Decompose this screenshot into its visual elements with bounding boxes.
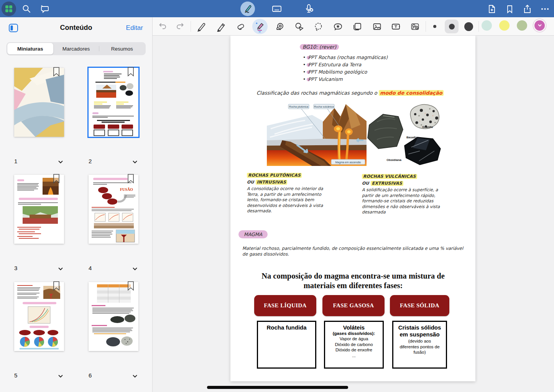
figure-label-magma-rising: Magma em ascensão bbox=[335, 161, 361, 164]
note-bullet: PPT Rochas (rochas magmáticas) bbox=[303, 54, 388, 60]
tab-marcadores[interactable]: Marcadores bbox=[53, 43, 99, 54]
sticker-tool-icon[interactable] bbox=[331, 20, 345, 33]
page-thumbnail-6[interactable] bbox=[89, 282, 138, 351]
phase-gas-box: FASE GASOSA bbox=[322, 295, 385, 316]
classification-line: Classificação das rochas magmáticas segu… bbox=[256, 90, 444, 96]
page-number: 6 bbox=[89, 372, 92, 379]
svg-text:FUSÃO: FUSÃO bbox=[120, 187, 133, 192]
stroke-size-small[interactable] bbox=[428, 20, 442, 33]
solid-phase-detail-box: Cristais sólidos em suspensão (devido ao… bbox=[392, 321, 447, 369]
rock-label-basalt: Basalto bbox=[406, 136, 418, 139]
page-thumbnail-1[interactable] bbox=[14, 68, 64, 137]
figure-label-plutonic: Rocha plutónica bbox=[289, 105, 308, 108]
more-icon[interactable] bbox=[538, 2, 552, 16]
note-bullet: PPT Vulcanism bbox=[303, 76, 343, 82]
liquid-phase-detail-box: Rocha fundida bbox=[257, 321, 316, 369]
pen-mode-icon[interactable] bbox=[240, 2, 255, 16]
color-swatch-sage[interactable] bbox=[517, 20, 527, 31]
plutonic-rocks-note: ROCHAS PLUTÓNICAS OU INTRUSIVAS A consol… bbox=[247, 173, 333, 214]
thumbnail-bookmark-icon bbox=[127, 174, 135, 185]
magma-definition: Material rochoso, parcialmente fundido, … bbox=[242, 246, 464, 257]
thumbnail-bookmark-icon bbox=[53, 174, 60, 185]
note-bullet: PPT Estrutura da Terra bbox=[303, 62, 362, 67]
volcanic-rocks-note: ROCHAS VULCÂNICAS OU EXTRUSIVAS A solidi… bbox=[362, 174, 448, 215]
thumbnail-bookmark-icon bbox=[53, 67, 60, 79]
mic-muted-icon[interactable] bbox=[302, 2, 316, 16]
text-tool-icon[interactable] bbox=[389, 20, 403, 33]
rock-label-obsidian: Obsidiana bbox=[386, 158, 401, 162]
gas-phase-detail-box: Voláteis (gases dissolvidos): Vapor de á… bbox=[324, 321, 384, 369]
bookmark-icon[interactable] bbox=[502, 2, 517, 16]
page-thumbnail-2[interactable] bbox=[89, 68, 138, 137]
shapes-tool-icon[interactable] bbox=[292, 20, 306, 33]
undo-icon[interactable] bbox=[156, 20, 169, 33]
zoom-tool-icon[interactable] bbox=[408, 20, 422, 33]
thumbnail-bookmark-icon bbox=[127, 281, 135, 293]
document-canvas: BG10: (rever) PPT Rochas (rochas magmáti… bbox=[153, 36, 554, 392]
page-thumbnail-3[interactable] bbox=[14, 175, 64, 244]
page-menu-chevron[interactable] bbox=[58, 373, 63, 379]
share-icon[interactable] bbox=[520, 2, 534, 16]
stroke-size-medium[interactable] bbox=[445, 20, 459, 33]
image-tool-icon[interactable] bbox=[370, 20, 384, 33]
page-number: 2 bbox=[89, 158, 92, 164]
page-menu-chevron[interactable] bbox=[132, 266, 138, 272]
sidebar-tabs: Miniaturas Marcadores Resumos bbox=[7, 42, 146, 55]
notebook-page[interactable]: BG10: (rever) PPT Rochas (rochas magmáti… bbox=[230, 36, 475, 381]
page-thumbnail-5[interactable] bbox=[14, 282, 64, 351]
color-swatch-mint[interactable] bbox=[482, 20, 492, 31]
tab-miniaturas[interactable]: Miniaturas bbox=[7, 43, 53, 54]
lasso-tool-icon[interactable] bbox=[311, 20, 325, 33]
page-menu-chevron[interactable] bbox=[132, 159, 138, 165]
sticky-note-tool-icon[interactable] bbox=[350, 20, 364, 33]
note-header-tag: BG10: (rever) bbox=[300, 44, 339, 50]
add-page-icon[interactable] bbox=[484, 2, 499, 16]
home-indicator[interactable] bbox=[207, 386, 348, 389]
note-bullet: PPT Mobilismo geológico bbox=[303, 69, 367, 75]
phase-solid-box: FASE SÓLIDA bbox=[390, 295, 449, 316]
page-menu-chevron[interactable] bbox=[58, 266, 63, 272]
thumbnail-bookmark-icon bbox=[127, 67, 135, 79]
page-number: 4 bbox=[89, 265, 92, 271]
stroke-size-large[interactable] bbox=[462, 20, 475, 33]
page-number: 5 bbox=[14, 372, 17, 379]
figure-label-volcanic: Rocha vulcânica bbox=[314, 105, 334, 108]
rock-samples-figure: Basalto Granito Obsidiana bbox=[365, 103, 444, 169]
pen-tool-icon[interactable] bbox=[194, 20, 208, 33]
volcano-cross-section-figure: Rocha plutónica Rocha vulcânica Magma em… bbox=[267, 102, 367, 166]
highlighter-tool-icon[interactable] bbox=[252, 19, 268, 34]
app-grid-icon[interactable] bbox=[2, 2, 16, 16]
rock-label-granite: Granito bbox=[422, 125, 433, 129]
page-menu-chevron[interactable] bbox=[132, 373, 138, 379]
document-toolbar bbox=[153, 17, 554, 36]
sidebar: Conteúdo Editar Miniaturas Marcadores Re… bbox=[0, 17, 153, 392]
ai-assistant-icon[interactable] bbox=[38, 2, 52, 16]
color-swatch-yellow[interactable] bbox=[499, 20, 510, 31]
tape-tool-icon[interactable] bbox=[273, 20, 286, 33]
page-menu-chevron[interactable] bbox=[58, 159, 63, 165]
top-navigation-bar bbox=[0, 0, 554, 17]
edit-button[interactable]: Editar bbox=[126, 24, 143, 32]
search-icon[interactable] bbox=[19, 2, 34, 16]
mixture-title: Na composição do magma encontra-se uma m… bbox=[253, 271, 453, 290]
tab-resumos[interactable]: Resumos bbox=[99, 43, 145, 54]
eraser-tool-icon[interactable] bbox=[233, 20, 247, 33]
page-number: 1 bbox=[14, 158, 17, 164]
phase-liquid-box: FASE LÍQUIDA bbox=[254, 295, 316, 316]
pencil-tool-icon[interactable] bbox=[214, 20, 228, 33]
magma-tag: MAGMA bbox=[238, 231, 268, 237]
keyboard-icon[interactable] bbox=[270, 2, 284, 16]
thumbnail-bookmark-icon bbox=[53, 281, 60, 293]
redo-icon[interactable] bbox=[173, 20, 187, 33]
page-thumbnail-4[interactable]: FUSÃO bbox=[89, 175, 138, 244]
color-swatch-pink[interactable] bbox=[534, 20, 545, 31]
page-number: 3 bbox=[14, 265, 17, 271]
